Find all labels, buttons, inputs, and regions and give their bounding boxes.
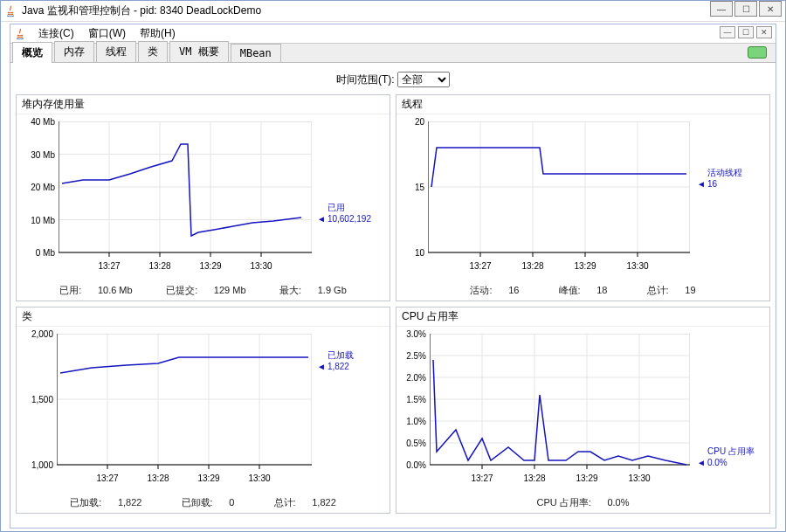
cpu-plot [430, 334, 690, 478]
cpu-y-axis: 3.0% 2.5% 2.0% 1.5% 1.0% 0.5% 0.0% [396, 334, 426, 465]
classes-y-axis: 2,000 1,500 1,000 [17, 334, 53, 465]
tab-classes[interactable]: 类 [138, 41, 168, 62]
inner-window-buttons: — ☐ ✕ [720, 26, 772, 38]
cpu-footer: CPU 占用率: 0.0% [396, 493, 769, 513]
heap-legend: 已用 ◄10,602,192 [317, 202, 371, 224]
tab-mbean[interactable]: MBean [231, 44, 281, 62]
tabstrip: 概览 内存 线程 类 VM 概要 MBean [10, 44, 776, 63]
tab-memory[interactable]: 内存 [54, 41, 94, 62]
maximize-button[interactable]: ☐ [734, 1, 757, 17]
chart-title-cpu[interactable]: CPU 占用率 [396, 307, 769, 327]
window-buttons: — ☐ ✕ [710, 1, 782, 17]
tab-vm[interactable]: VM 概要 [169, 41, 229, 62]
os-window: Java 监视和管理控制台 - pid: 8340 DeadLockDemo —… [0, 0, 786, 532]
classes-footer: 已加载: 1,822 已卸载: 0 总计: 1,822 [17, 493, 390, 513]
inner-maximize-button[interactable]: ☐ [738, 26, 754, 38]
chart-panel-threads: 线程 20 15 10 [396, 94, 770, 301]
chart-title-threads[interactable]: 线程 [396, 95, 769, 114]
chart-panel-classes: 类 2,000 1,500 1,000 [16, 307, 390, 514]
inner-minimize-button[interactable]: — [720, 26, 735, 38]
inner-window: 连接(C) 窗口(W) 帮助(H) — ☐ ✕ 概览 内存 线程 类 VM 概要… [10, 24, 776, 529]
content-area: 时间范围(T): 全部 堆内存使用量 40 Mb 30 Mb 20 Mb 10 … [10, 63, 776, 528]
heap-plot [59, 121, 312, 266]
tab-overview[interactable]: 概览 [12, 42, 52, 63]
close-button[interactable]: ✕ [759, 1, 782, 17]
timerange-select[interactable]: 全部 [397, 72, 450, 87]
tab-threads[interactable]: 线程 [96, 41, 136, 62]
menu-connect[interactable]: 连接(C) [31, 24, 81, 43]
chart-body-heap: 40 Mb 30 Mb 20 Mb 10 Mb 0 Mb [17, 114, 390, 280]
threads-legend: 活动线程 ◄16 [697, 167, 742, 189]
chart-grid: 堆内存使用量 40 Mb 30 Mb 20 Mb 10 Mb 0 Mb [16, 94, 770, 514]
java-icon [14, 28, 26, 40]
minimize-button[interactable]: — [710, 1, 733, 17]
chart-body-classes: 2,000 1,500 1,000 [17, 327, 390, 493]
connection-status-icon [748, 46, 767, 59]
chart-body-threads: 20 15 10 [396, 114, 769, 280]
classes-legend: 已加载 ◄1,822 [317, 349, 354, 371]
threads-footer: 活动: 16 峰值: 18 总计: 19 [396, 280, 769, 301]
threads-y-axis: 20 15 10 [396, 121, 424, 252]
heap-footer: 已用: 10.6 Mb 已提交: 129 Mb 最大: 1.9 Gb [17, 280, 390, 301]
chart-panel-cpu: CPU 占用率 3.0% 2.5% 2.0% 1.5% 1.0% 0.5% 0.… [396, 307, 770, 514]
chart-body-cpu: 3.0% 2.5% 2.0% 1.5% 1.0% 0.5% 0.0% [396, 327, 769, 493]
java-icon [4, 5, 17, 17]
window-title: Java 监视和管理控制台 - pid: 8340 DeadLockDemo [22, 3, 782, 18]
menu-help[interactable]: 帮助(H) [133, 24, 183, 43]
chart-title-classes[interactable]: 类 [17, 307, 390, 327]
chart-panel-heap: 堆内存使用量 40 Mb 30 Mb 20 Mb 10 Mb 0 Mb [16, 94, 390, 301]
menu-window[interactable]: 窗口(W) [81, 24, 133, 43]
threads-plot [428, 121, 690, 266]
chart-title-heap[interactable]: 堆内存使用量 [17, 95, 390, 114]
heap-y-axis: 40 Mb 30 Mb 20 Mb 10 Mb 0 Mb [17, 121, 55, 252]
outer-titlebar: Java 监视和管理控制台 - pid: 8340 DeadLockDemo —… [1, 1, 785, 22]
cpu-legend: CPU 占用率 ◄0.0% [697, 446, 755, 467]
classes-plot [57, 334, 312, 478]
timerange-row: 时间范围(T): 全部 [16, 72, 770, 87]
timerange-label: 时间范围(T): [336, 73, 395, 86]
inner-close-button[interactable]: ✕ [756, 26, 772, 38]
